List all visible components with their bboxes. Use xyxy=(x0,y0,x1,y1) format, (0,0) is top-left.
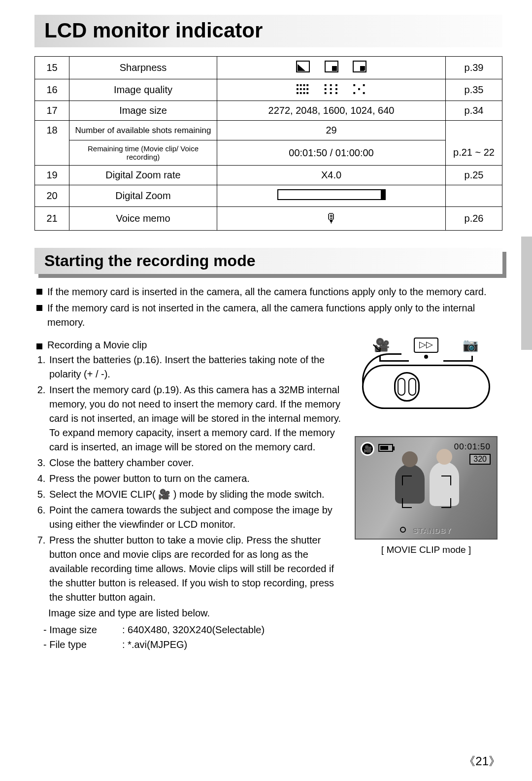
cell-val xyxy=(217,57,446,79)
quality-normal-icon: ■ ■ ■ ■ ■ xyxy=(353,83,366,95)
step-item: Close the battery chamber cover. xyxy=(48,456,342,470)
cell-page: p.39 xyxy=(446,57,502,79)
section-heading: Starting the recording mode xyxy=(34,248,502,274)
square-bullet-icon xyxy=(36,343,42,349)
cell-page: p.25 xyxy=(446,166,502,185)
table-row: Remaining time (Movie clip/ Voice record… xyxy=(35,140,502,166)
step-item: Press the power button to turn on the ca… xyxy=(48,472,342,486)
table-row: 18 Number of available shots remaining 2… xyxy=(35,121,502,140)
focus-brackets-icon xyxy=(402,475,451,508)
cell-val: ■■■■■■■■■■■■ ■ ■ ■■ ■ ■■ ■ ■ ■ ■ ■ ■ ■ xyxy=(217,79,446,101)
steps-list: Insert the batteries (p.16). Insert the … xyxy=(48,353,342,605)
lcd-caption: [ MOVIE CLIP mode ] xyxy=(350,544,502,555)
cell-val: 29 xyxy=(217,121,446,140)
cell-page: p.21 ~ 22 xyxy=(446,140,502,166)
side-tab xyxy=(521,237,532,350)
spec-value: : *.avi(MJPEG) xyxy=(122,637,187,652)
square-bullet-icon xyxy=(36,305,42,311)
tail-line: Image size and type are listed below. xyxy=(48,606,342,620)
square-bullet-icon xyxy=(36,289,42,295)
indicator-table: 15 Sharpness p.39 16 Image quality ■■■■■… xyxy=(34,56,502,231)
record-indicator-icon xyxy=(400,527,406,533)
table-row: 21 Voice memo 🎙 p.26 xyxy=(35,207,502,231)
arrow-icon: ↘ xyxy=(371,340,382,356)
resolution-badge: 320 xyxy=(469,454,491,465)
camera-mode-icon: 📷 xyxy=(458,338,483,353)
cell-val: X4.0 xyxy=(217,166,446,185)
cell-desc: Voice memo xyxy=(69,207,217,231)
cell-num: 15 xyxy=(35,57,69,79)
cell-num xyxy=(35,140,69,166)
table-row: 15 Sharpness p.39 xyxy=(35,57,502,79)
cell-val: 00:01:50 / 01:00:00 xyxy=(217,140,446,166)
mode-switch-illustration: ↘ 🎥 ▷▷ 📷 xyxy=(357,338,495,421)
cell-num: 20 xyxy=(35,185,69,207)
sharpness-hard-icon xyxy=(296,61,310,72)
cell-page xyxy=(446,185,502,207)
cell-val xyxy=(217,185,446,207)
cell-val: 2272, 2048, 1600, 1024, 640 xyxy=(217,101,446,121)
playback-mode-icon: ▷▷ xyxy=(414,338,438,353)
quality-superfine-icon: ■■■■■■■■■■■■ xyxy=(297,83,310,95)
specs-list: - Image size: 640X480, 320X240(Selectabl… xyxy=(43,622,342,652)
sharpness-soft-icon xyxy=(353,61,366,72)
body-text: If the memory card is inserted in the ca… xyxy=(34,285,502,330)
lcd-preview: 🎥 00:01:50 320 STANDBY xyxy=(355,436,498,540)
step-item: Insert the batteries (p.16). Insert the … xyxy=(48,353,342,381)
mode-slider xyxy=(362,365,490,409)
cell-desc: Sharpness xyxy=(69,57,217,79)
bullet-item: If the memory card is not inserted in th… xyxy=(34,301,502,330)
bullet-item: If the memory card is inserted in the ca… xyxy=(34,285,502,299)
movie-indicator-icon: 🎥 xyxy=(361,442,374,456)
slider-knob xyxy=(394,372,420,402)
step-item: Select the MOVIE CLIP( 🎥 ) mode by slidi… xyxy=(48,487,342,502)
zoom-bar-icon xyxy=(277,189,386,200)
step-item: Point the camera towards the subject and… xyxy=(48,503,342,532)
spec-value: : 640X480, 320X240(Selectable) xyxy=(122,622,265,637)
spec-label: - File type xyxy=(43,637,122,652)
remaining-time: 00:01:50 xyxy=(454,442,491,452)
battery-icon xyxy=(378,444,393,452)
status-text: STANDBY xyxy=(413,526,451,535)
cell-desc: Image size xyxy=(69,101,217,121)
cell-page: p.34 xyxy=(446,101,502,121)
step-item: Press the shutter button to take a movie… xyxy=(48,533,342,605)
cell-desc: Digital Zoom rate xyxy=(69,166,217,185)
cell-num: 21 xyxy=(35,207,69,231)
cell-num: 17 xyxy=(35,101,69,121)
microphone-icon: 🎙 xyxy=(325,211,338,226)
table-row: 19 Digital Zoom rate X4.0 p.25 xyxy=(35,166,502,185)
cell-num: 16 xyxy=(35,79,69,101)
cell-desc: Remaining time (Movie clip/ Voice record… xyxy=(69,140,217,166)
step-item: Insert the memory card (p.19). As this c… xyxy=(48,383,342,454)
table-row: 16 Image quality ■■■■■■■■■■■■ ■ ■ ■■ ■ ■… xyxy=(35,79,502,101)
cell-page xyxy=(446,121,502,140)
cell-page: p.35 xyxy=(446,79,502,101)
title-bar: LCD monitor indicator xyxy=(34,15,502,47)
sub-heading: Recording a Movie clip xyxy=(34,340,342,351)
cell-desc: Digital Zoom xyxy=(69,185,217,207)
cell-num: 19 xyxy=(35,166,69,185)
sharpness-normal-icon xyxy=(325,61,338,72)
quality-fine-icon: ■ ■ ■■ ■ ■■ ■ ■ xyxy=(325,83,339,95)
cell-num: 18 xyxy=(35,121,69,140)
page-title: LCD monitor indicator xyxy=(44,19,493,42)
cell-desc: Image quality xyxy=(69,79,217,101)
spec-label: - Image size xyxy=(43,622,122,637)
table-row: 20 Digital Zoom xyxy=(35,185,502,207)
cell-page: p.26 xyxy=(446,207,502,231)
page-number: 《21》 xyxy=(464,753,500,769)
section-title: Starting the recording mode xyxy=(44,252,493,270)
table-row: 17 Image size 2272, 2048, 1600, 1024, 64… xyxy=(35,101,502,121)
cell-desc: Number of available shots remaining xyxy=(69,121,217,140)
cell-val: 🎙 xyxy=(217,207,446,231)
